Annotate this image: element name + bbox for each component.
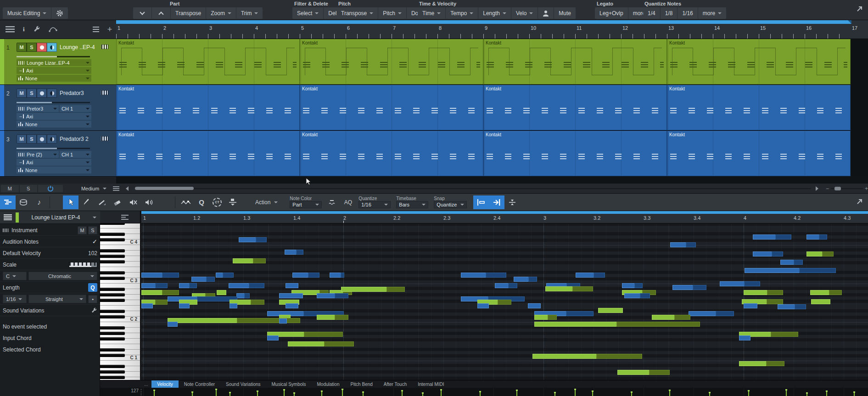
midi-note[interactable]: [168, 318, 237, 323]
eraser-tool-button[interactable]: [110, 195, 125, 209]
midi-note[interactable]: [292, 273, 308, 278]
wrench-icon[interactable]: [33, 26, 40, 33]
midi-note[interactable]: [330, 273, 341, 278]
track-record-button[interactable]: [37, 134, 47, 144]
time-menu-button[interactable]: Time: [418, 7, 445, 19]
track-name[interactable]: Predator3 2: [60, 136, 89, 142]
midi-part[interactable]: Kontakt: [116, 39, 300, 84]
midi-note[interactable]: [179, 303, 190, 308]
midi-note[interactable]: [141, 273, 162, 278]
zoom-in-icon[interactable]: +: [865, 185, 868, 192]
midi-note[interactable]: [239, 237, 256, 242]
stretch-macro-button[interactable]: [225, 195, 241, 209]
track-list-icon[interactable]: [93, 27, 99, 32]
midi-note[interactable]: [753, 234, 776, 240]
lane-tab[interactable]: Pitch Bend: [345, 380, 378, 388]
pianoroll-view-button[interactable]: [0, 195, 16, 209]
midi-note[interactable]: [236, 293, 245, 298]
quantize-1-8-button[interactable]: 1/8: [661, 7, 678, 19]
piano-key-black[interactable]: [100, 376, 125, 379]
piano-key-black[interactable]: [100, 255, 125, 258]
scale-type-select[interactable]: Chromatic: [28, 272, 97, 280]
midi-note[interactable]: [286, 303, 298, 308]
snap-to-grid-button[interactable]: [473, 195, 489, 209]
detach-editor-icon[interactable]: [857, 198, 863, 205]
midi-note[interactable]: [217, 290, 226, 295]
track-instrument-select[interactable]: Pretor3: [17, 105, 59, 112]
midi-note[interactable]: [720, 281, 745, 286]
velocity-stem[interactable]: [342, 389, 343, 396]
scroll-right-icon[interactable]: [816, 186, 818, 191]
legato-overlap-button[interactable]: Leg+Ovlp: [595, 7, 628, 19]
track-input-select[interactable]: →Axi: [17, 159, 91, 166]
track-solo-button[interactable]: S: [27, 43, 37, 52]
add-track-button[interactable]: +: [107, 25, 112, 34]
midi-note[interactable]: [477, 303, 489, 308]
instrument-editor-icon[interactable]: [101, 136, 108, 141]
midi-note[interactable]: [778, 304, 795, 309]
midi-note[interactable]: [739, 335, 750, 340]
midi-note[interactable]: [670, 242, 686, 247]
midi-note[interactable]: [745, 268, 800, 273]
keyboard-options-icon[interactable]: [121, 215, 129, 220]
track-header-2[interactable]: 2 M S Predator3 Pretor3 CH 1 →Axi None: [0, 85, 116, 131]
midi-part[interactable]: Kontakt: [667, 131, 851, 176]
edit-mode-select[interactable]: Music Editing: [3, 7, 51, 19]
velocity-stem[interactable]: [480, 391, 481, 396]
velocity-stem[interactable]: [363, 391, 364, 396]
midi-note[interactable]: [810, 290, 829, 295]
instrument-mute-button[interactable]: M: [78, 226, 87, 234]
lane-tab[interactable]: Internal MIDI: [412, 380, 449, 388]
midi-note[interactable]: [617, 370, 650, 375]
action-menu-button[interactable]: Action: [252, 195, 280, 209]
dot-button[interactable]: •: [88, 295, 97, 303]
scale-root-select[interactable]: C: [3, 272, 27, 280]
velocity-stem[interactable]: [441, 389, 442, 396]
midi-note[interactable]: [279, 293, 303, 298]
velocity-macro-button[interactable]: [178, 195, 194, 209]
lane-tab[interactable]: Velocity: [151, 380, 178, 388]
length-quantize-button[interactable]: Q: [88, 283, 97, 292]
velocity-stem[interactable]: [786, 389, 787, 396]
midi-note[interactable]: [229, 283, 249, 288]
midi-note[interactable]: [689, 311, 716, 316]
velocity-menu-button[interactable]: Velo: [511, 7, 538, 19]
lane-tab[interactable]: Musical Symbols: [266, 380, 312, 388]
autoscroll-button[interactable]: [489, 195, 504, 209]
velocity-stem[interactable]: [402, 390, 403, 396]
track-output-select[interactable]: None: [17, 121, 91, 128]
midi-note[interactable]: [744, 290, 767, 295]
track-instrument-select[interactable]: Lounge Lizar..EP-4: [17, 59, 91, 66]
velocity-stem[interactable]: [826, 390, 827, 396]
checkmark-icon[interactable]: ✓: [92, 238, 97, 245]
midi-note[interactable]: [233, 258, 253, 263]
velocity-stem[interactable]: [284, 389, 285, 396]
track-monitor-button[interactable]: [47, 134, 57, 144]
listen-tool-button[interactable]: [141, 195, 157, 209]
horizontal-scrollbar[interactable]: [135, 187, 811, 190]
track-mute-button[interactable]: M: [17, 43, 27, 52]
arrange-timeline-ruler[interactable]: 1234567891011121314151617: [116, 20, 868, 39]
score-view-button[interactable]: ♪: [31, 195, 47, 209]
part-transpose-button[interactable]: Transpose: [171, 7, 206, 19]
midi-note[interactable]: [317, 293, 335, 298]
velocity-stem[interactable]: [709, 392, 710, 396]
nudge-up-button[interactable]: [152, 7, 170, 19]
velocity-stem[interactable]: [321, 390, 322, 396]
velocity-stem[interactable]: [294, 392, 295, 396]
velocity-stem[interactable]: [854, 391, 855, 396]
track-solo-button[interactable]: S: [27, 134, 37, 144]
hamburger-menu-icon[interactable]: [6, 26, 15, 33]
pitch-transpose-button[interactable]: Transpose: [336, 7, 378, 19]
midi-part[interactable]: Kontakt: [116, 131, 300, 176]
track-volume-slider[interactable]: [17, 102, 90, 103]
velocity-stem[interactable]: [592, 390, 593, 396]
midi-note[interactable]: [267, 335, 279, 340]
piano-key-black[interactable]: [100, 354, 125, 357]
track-color-strip[interactable]: [0, 39, 4, 84]
midi-note[interactable]: [739, 361, 767, 366]
editor-solo-button[interactable]: S: [20, 185, 38, 192]
more-lanes-button[interactable]: ...: [140, 380, 151, 388]
quantize-1-4-button[interactable]: 1/4: [643, 7, 660, 19]
pianoroll-grid[interactable]: [141, 223, 868, 380]
